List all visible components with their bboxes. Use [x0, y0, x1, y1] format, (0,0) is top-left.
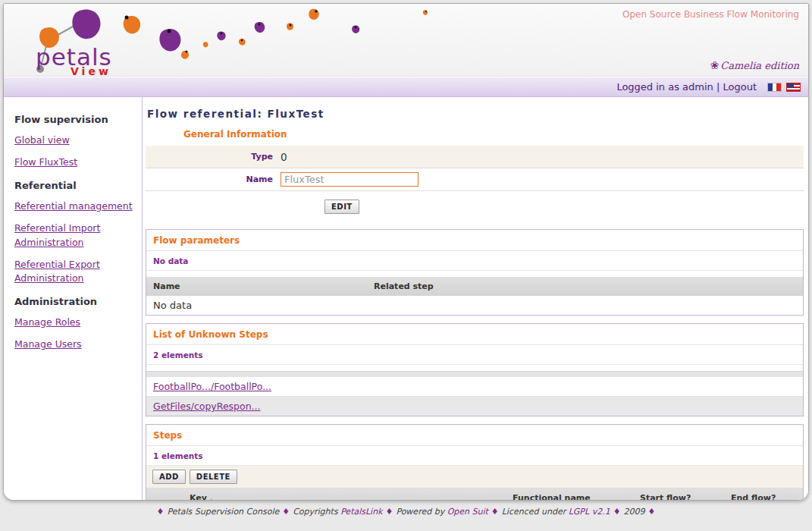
- camelia-flower-icon: ❀: [710, 59, 720, 71]
- unknown-steps-section: List of Unknown Steps 2 elements Footbal…: [146, 323, 804, 416]
- page-title: Flow referential: FluxTest: [146, 102, 804, 123]
- diamond-icon: ♦: [154, 507, 168, 517]
- language-switcher: [767, 83, 801, 92]
- sidebar-item-referential-import[interactable]: Referential Import Administration: [14, 222, 134, 249]
- edit-button-row: EDIT: [146, 191, 804, 222]
- unknown-steps-count: 2 elements: [146, 345, 803, 365]
- name-input[interactable]: [281, 172, 419, 187]
- delete-button[interactable]: DELETE: [190, 470, 237, 484]
- edit-button[interactable]: EDIT: [324, 200, 359, 214]
- sidebar-section-referential: Referential: [14, 180, 134, 191]
- unknown-steps-heading: List of Unknown Steps: [146, 324, 803, 345]
- sidebar-item-manage-users[interactable]: Manage Users: [14, 338, 134, 351]
- footer-licence-label: Licenced under: [502, 507, 569, 517]
- footer-copyrights-label: Copyrights: [293, 507, 340, 517]
- steps-heading: Steps: [146, 425, 803, 446]
- name-row: Name: [146, 168, 804, 191]
- sidebar-section-administration: Administration: [14, 296, 134, 307]
- logout-link[interactable]: Logout: [723, 81, 757, 93]
- app-header: petals View: [4, 4, 808, 77]
- petalslink-link[interactable]: PetalsLink: [340, 507, 382, 517]
- column-header-start-flow: Start flow?: [640, 493, 731, 501]
- app-tagline: Open Source Business Flow Monitoring: [622, 9, 799, 20]
- us-flag-icon[interactable]: [786, 83, 801, 92]
- flow-parameters-empty-row: No data: [146, 296, 803, 315]
- logo-sub-wordmark: View: [71, 65, 111, 77]
- list-item: FootballPo.../FootballPo...: [146, 376, 803, 396]
- footer-console-label: Petals Supervision Console: [167, 507, 279, 517]
- unknown-steps-toolbar: [146, 371, 803, 376]
- footer-year: 2009: [624, 507, 645, 517]
- sidebar-item-global-view[interactable]: Global view: [14, 134, 134, 147]
- name-label: Name: [146, 174, 281, 184]
- edition-label: ❀Camelia edition: [710, 59, 799, 71]
- main-panel: Flow referential: FluxTest General Infor…: [142, 97, 808, 501]
- sidebar-item-referential-management[interactable]: Referential management: [14, 200, 134, 213]
- flow-parameters-heading: Flow parameters: [146, 230, 803, 251]
- app-window: petals View: [3, 3, 809, 501]
- sidebar-item-flow-fluxtest[interactable]: Flow FluxTest: [14, 156, 134, 169]
- column-header-checkbox: [146, 493, 183, 501]
- open-suit-link[interactable]: Open Suit: [447, 507, 488, 517]
- add-button[interactable]: ADD: [152, 470, 186, 484]
- unknown-step-link-footballpool[interactable]: FootballPo.../FootballPo...: [153, 381, 271, 392]
- column-header-related-step: Related step: [374, 281, 803, 291]
- diamond-icon: ♦: [645, 507, 659, 517]
- lgpl-link[interactable]: LGPL v2.1: [569, 507, 610, 517]
- diamond-icon: ♦: [610, 507, 624, 517]
- sidebar-section-flow-supervision: Flow supervision: [14, 114, 134, 125]
- general-information-heading: General Information: [183, 129, 804, 140]
- footer-powered-label: Powered by: [396, 507, 447, 517]
- flow-parameters-table-header: Name Related step: [146, 277, 803, 296]
- steps-table-header: Key Functional name Start flow? End flow…: [146, 489, 803, 501]
- steps-toolbar: ADD DELETE: [146, 466, 803, 489]
- list-item: GetFiles/copyRespon...: [146, 396, 803, 416]
- flow-parameters-section: Flow parameters No data Name Related ste…: [146, 229, 804, 316]
- column-header-key: Key: [183, 493, 513, 501]
- page-footer: ♦Petals Supervision Console♦Copyrights P…: [0, 507, 812, 517]
- sidebar-item-referential-export[interactable]: Referential Export Administration: [14, 258, 134, 285]
- diamond-icon: ♦: [383, 507, 397, 517]
- diamond-icon: ♦: [488, 507, 502, 517]
- column-header-functional-name: Functional name: [513, 493, 640, 501]
- steps-count: 1 elements: [146, 446, 803, 466]
- type-row: Type 0: [146, 146, 804, 168]
- column-header-end-flow: End flow?: [731, 493, 803, 501]
- type-label: Type: [146, 152, 281, 162]
- no-data-cell: No data: [146, 300, 192, 311]
- stray-dot: .: [210, 492, 213, 501]
- petal-decorations-icon: [110, 4, 459, 64]
- sidebar: Flow supervision Global view Flow FluxTe…: [4, 97, 142, 501]
- french-flag-icon[interactable]: [767, 83, 782, 92]
- diamond-icon: ♦: [279, 507, 293, 517]
- column-header-name: Name: [146, 281, 374, 291]
- unknown-step-link-getfiles[interactable]: GetFiles/copyRespon...: [153, 401, 261, 412]
- type-value: 0: [281, 151, 287, 163]
- flow-parameters-status: No data: [146, 251, 803, 271]
- steps-section: Steps 1 elements ADD DELETE Key Function…: [146, 424, 804, 501]
- content-area: Flow supervision Global view Flow FluxTe…: [4, 97, 808, 501]
- login-bar: Logged in as admin | Logout: [4, 77, 808, 97]
- login-status: Logged in as admin | Logout: [616, 81, 757, 93]
- sidebar-item-manage-roles[interactable]: Manage Roles: [14, 316, 134, 329]
